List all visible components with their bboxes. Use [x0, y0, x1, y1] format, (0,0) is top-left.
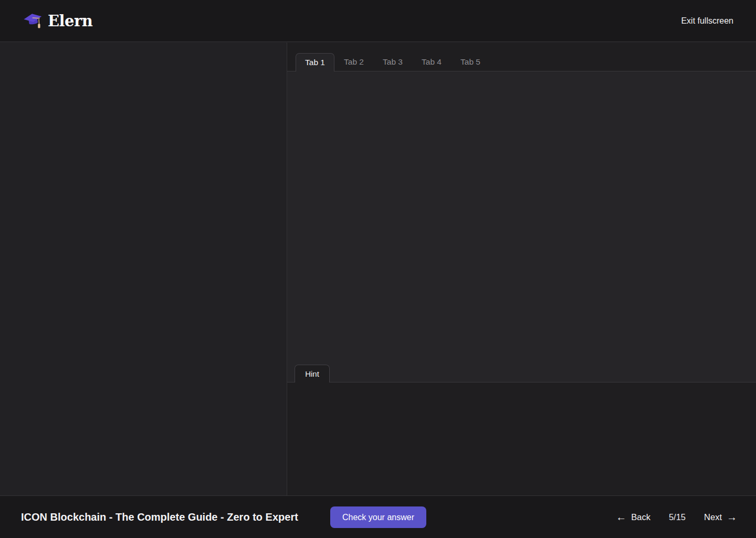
exit-fullscreen-button[interactable]: Exit fullscreen [681, 16, 733, 26]
arrow-left-icon: ← [616, 512, 626, 522]
app-logo[interactable]: Elern [23, 12, 92, 30]
back-button[interactable]: ← Back [616, 512, 650, 522]
course-title: ICON Blockchain - The Complete Guide - Z… [21, 511, 298, 523]
tab-4[interactable]: Tab 4 [412, 53, 451, 71]
hint-content-area [287, 382, 756, 495]
footer-bar: ICON Blockchain - The Complete Guide - Z… [0, 495, 756, 538]
arrow-right-icon: → [727, 512, 737, 522]
app-header: Elern Exit fullscreen [0, 0, 756, 42]
logo-text: Elern [48, 12, 92, 30]
tab-bar: Tab 1 Tab 2 Tab 3 Tab 4 Tab 5 [287, 43, 756, 71]
next-button-label: Next [704, 512, 722, 522]
pager-controls: ← Back 5/15 Next → [616, 496, 737, 538]
check-answer-button[interactable]: Check your answer [330, 506, 426, 528]
back-button-label: Back [631, 512, 650, 522]
right-panel: Tab 1 Tab 2 Tab 3 Tab 4 Tab 5 Hint [287, 43, 756, 495]
tab-content-area: Hint [287, 71, 756, 382]
next-button[interactable]: Next → [704, 512, 737, 522]
tab-2[interactable]: Tab 2 [334, 53, 373, 71]
hint-tab[interactable]: Hint [295, 365, 330, 382]
tab-1[interactable]: Tab 1 [296, 53, 334, 71]
graduation-cap-icon [23, 13, 43, 29]
progress-indicator: 5/15 [669, 512, 686, 522]
tab-5[interactable]: Tab 5 [451, 53, 490, 71]
tab-3[interactable]: Tab 3 [373, 53, 412, 71]
left-workspace-panel [0, 43, 287, 495]
